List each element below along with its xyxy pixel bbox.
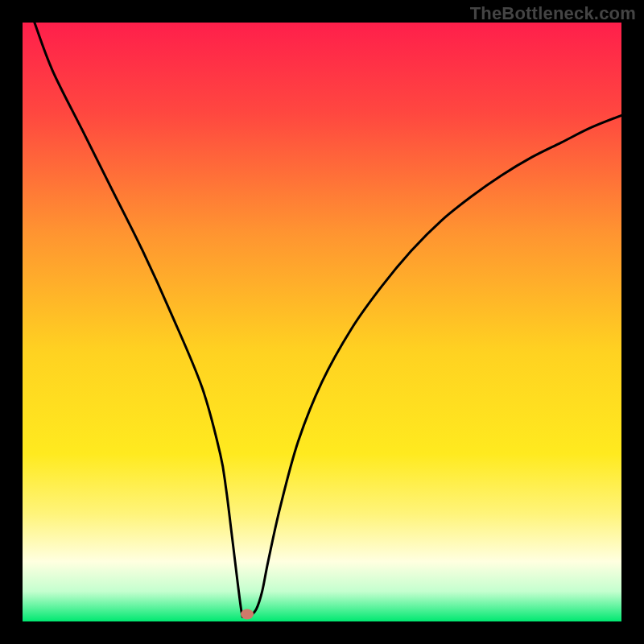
plot-frame	[23, 23, 621, 621]
plot-area	[23, 23, 621, 621]
optimal-point-marker	[241, 609, 254, 620]
watermark-text: TheBottleneck.com	[470, 3, 636, 24]
chart-root: TheBottleneck.com	[0, 0, 644, 644]
curve-layer	[23, 23, 621, 621]
bottleneck-curve	[35, 23, 621, 617]
